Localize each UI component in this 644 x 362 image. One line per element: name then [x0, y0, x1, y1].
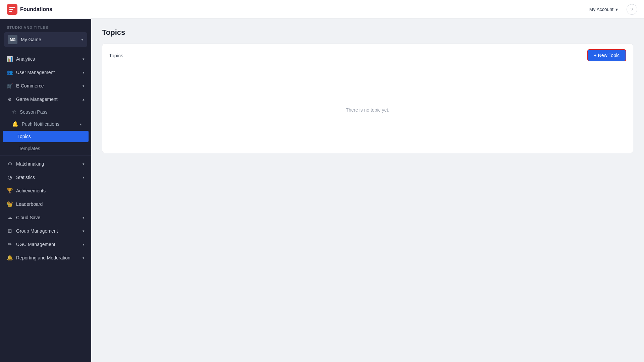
new-topic-label: + New Topic — [594, 53, 620, 58]
sidebar-item-achievements-label: Achievements — [16, 188, 46, 193]
sidebar-item-season-pass[interactable]: ☆ Season Pass — [0, 106, 91, 118]
sidebar-item-templates[interactable]: Templates — [0, 143, 91, 154]
ecommerce-chevron-icon: ▾ — [83, 84, 85, 88]
analytics-chevron-icon: ▾ — [83, 57, 85, 61]
empty-message: There is no topic yet. — [346, 107, 389, 113]
push-notifications-chevron-icon: ▴ — [80, 122, 82, 126]
ugc-management-chevron-icon: ▾ — [83, 242, 85, 247]
sidebar-item-user-management[interactable]: 👥 User Management ▾ — [0, 66, 91, 79]
season-pass-icon: ☆ — [12, 109, 16, 115]
sidebar-item-reporting-moderation-label: Reporting and Moderation — [16, 255, 70, 260]
sidebar-item-statistics-label: Statistics — [16, 175, 35, 180]
user-management-icon: 👥 — [7, 69, 13, 75]
foundations-logo-icon — [7, 4, 17, 15]
page-title: Topics — [102, 28, 633, 37]
sidebar-item-user-management-label: User Management — [16, 70, 55, 75]
sidebar-item-leaderboard[interactable]: 👑 Leaderboard — [0, 197, 91, 211]
divider — [0, 156, 91, 156]
sidebar-item-ecommerce[interactable]: 🛒 E-Commerce ▾ — [0, 79, 91, 93]
statistics-chevron-icon: ▾ — [83, 175, 85, 180]
sidebar-item-topics[interactable]: Topics — [3, 131, 89, 142]
sidebar-item-ecommerce-label: E-Commerce — [16, 83, 44, 88]
game-management-chevron-icon: ▴ — [83, 97, 85, 102]
statistics-icon: ◔ — [7, 174, 13, 180]
sidebar-item-topics-label: Topics — [17, 134, 31, 139]
chevron-down-icon: ▾ — [615, 7, 618, 12]
help-button[interactable]: ? — [627, 4, 637, 15]
sidebar-item-templates-label: Templates — [19, 146, 40, 151]
sidebar-item-group-management-label: Group Management — [16, 228, 58, 234]
help-icon: ? — [631, 7, 633, 12]
sidebar-item-group-management[interactable]: ⊞ Group Management ▾ — [0, 224, 91, 238]
sidebar-item-matchmaking-label: Matchmaking — [16, 161, 44, 167]
reporting-moderation-icon: 🔔 — [7, 255, 13, 261]
logo-area: Foundations — [7, 4, 52, 15]
group-management-chevron-icon: ▾ — [83, 229, 85, 233]
layout: STUDIO AND TITLES MG My Game ▾ 📊 Analyti… — [0, 19, 644, 362]
game-selector[interactable]: MG My Game ▾ — [4, 32, 87, 47]
sidebar-item-leaderboard-label: Leaderboard — [16, 201, 43, 207]
sidebar-item-achievements[interactable]: 🏆 Achievements — [0, 184, 91, 197]
sidebar-item-analytics[interactable]: 📊 Analytics ▾ — [0, 52, 91, 66]
ugc-management-icon: ✏ — [7, 241, 13, 247]
sidebar-item-push-notifications-label: Push Notifications — [22, 121, 59, 127]
sidebar-item-push-notifications[interactable]: 🔔 Push Notifications ▴ — [0, 118, 91, 130]
game-name: My Game — [21, 37, 78, 42]
sidebar-item-cloud-save[interactable]: ☁ Cloud Save ▾ — [0, 211, 91, 224]
sidebar-item-matchmaking[interactable]: ⚙ Matchmaking ▾ — [0, 157, 91, 171]
sidebar: STUDIO AND TITLES MG My Game ▾ 📊 Analyti… — [0, 19, 91, 362]
matchmaking-chevron-icon: ▾ — [83, 162, 85, 166]
topics-card-header: Topics + New Topic — [102, 44, 633, 67]
sidebar-item-game-management[interactable]: ⚙ Game Management ▴ — [0, 93, 91, 106]
sidebar-item-season-pass-label: Season Pass — [20, 109, 48, 115]
logo-text: Foundations — [20, 6, 52, 12]
game-management-icon: ⚙ — [7, 96, 13, 102]
achievements-icon: 🏆 — [7, 188, 13, 194]
my-account-button[interactable]: My Account ▾ — [586, 5, 621, 14]
new-topic-button[interactable]: + New Topic — [587, 49, 626, 61]
sidebar-item-ugc-management-label: UGC Management — [16, 242, 55, 247]
cloud-save-icon: ☁ — [7, 215, 13, 221]
sidebar-item-statistics[interactable]: ◔ Statistics ▾ — [0, 171, 91, 184]
push-notifications-icon: 🔔 — [12, 121, 18, 127]
sidebar-item-analytics-label: Analytics — [16, 56, 35, 62]
ecommerce-icon: 🛒 — [7, 83, 13, 89]
analytics-icon: 📊 — [7, 56, 13, 62]
game-selector-chevron-icon: ▾ — [81, 37, 83, 42]
cloud-save-chevron-icon: ▾ — [83, 216, 85, 220]
game-badge: MG — [8, 35, 17, 44]
sidebar-item-cloud-save-label: Cloud Save — [16, 215, 40, 220]
group-management-icon: ⊞ — [7, 228, 13, 234]
topics-card-title: Topics — [109, 53, 123, 58]
main-content: Topics Topics + New Topic There is no to… — [91, 19, 644, 362]
my-account-label: My Account — [589, 7, 613, 12]
sidebar-item-ugc-management[interactable]: ✏ UGC Management ▾ — [0, 238, 91, 251]
sidebar-item-game-management-label: Game Management — [16, 97, 58, 102]
user-management-chevron-icon: ▾ — [83, 70, 85, 75]
reporting-moderation-chevron-icon: ▾ — [83, 256, 85, 260]
leaderboard-icon: 👑 — [7, 201, 13, 207]
sidebar-item-reporting-moderation[interactable]: 🔔 Reporting and Moderation ▾ — [0, 251, 91, 264]
top-nav-right: My Account ▾ ? — [586, 4, 637, 15]
topics-card: Topics + New Topic There is no topic yet… — [102, 44, 633, 153]
matchmaking-icon: ⚙ — [7, 161, 13, 167]
sidebar-section-label: STUDIO AND TITLES — [0, 19, 91, 32]
empty-state: There is no topic yet. — [102, 67, 633, 153]
top-nav: Foundations My Account ▾ ? — [0, 0, 644, 19]
